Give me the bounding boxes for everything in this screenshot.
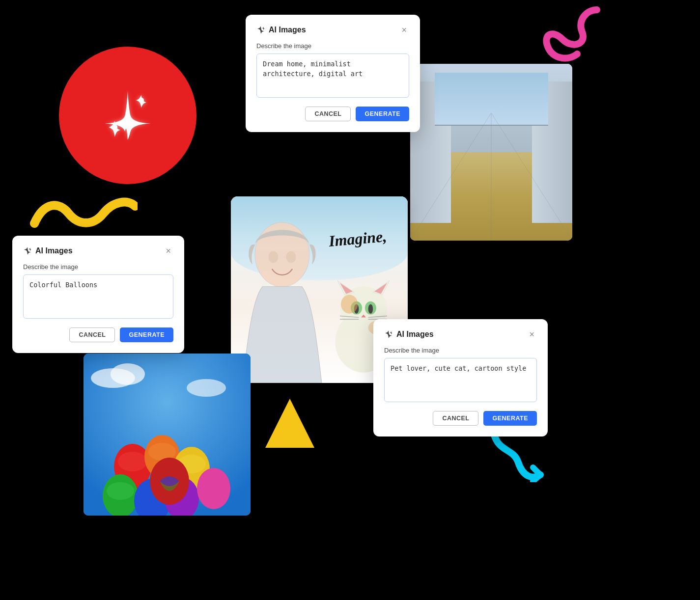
dialog-top-textarea[interactable]: Dream home, minimalist architecture, dig…	[256, 54, 409, 98]
sparkle-icon-bottom-right	[384, 330, 393, 339]
dialog-bottom-right-title: AI Images	[384, 330, 434, 339]
red-circle-decoration	[59, 47, 196, 184]
svg-point-40	[197, 468, 230, 509]
pink-squiggle-decoration	[504, 5, 602, 64]
sparkle-big-icon	[101, 88, 155, 142]
dialog-bottom-right-cancel-button[interactable]: CANCEL	[433, 411, 478, 426]
svg-point-8	[286, 251, 296, 263]
dialog-bottom-right-close-button[interactable]: ×	[527, 329, 537, 340]
svg-line-3	[410, 113, 491, 241]
sparkle-icon-top	[256, 26, 265, 34]
svg-point-7	[268, 251, 278, 263]
dialog-bottom-right-actions: CANCEL GENERATE	[384, 411, 537, 426]
dialog-left-textarea[interactable]: Colorful Balloons	[23, 274, 173, 319]
dialog-left-actions: CANCEL GENERATE	[23, 327, 173, 342]
dialog-left-label: Describe the image	[23, 263, 173, 271]
dialog-top-actions: CANCEL GENERATE	[256, 107, 409, 121]
architecture-image	[410, 64, 572, 241]
svg-marker-2	[265, 399, 314, 448]
yellow-triangle-decoration	[260, 394, 319, 453]
dialog-bottom-right-label: Describe the image	[384, 347, 537, 354]
dialog-bottom-right-header: AI Images ×	[384, 329, 537, 340]
dialog-top-title: AI Images	[256, 26, 306, 34]
dialog-top-generate-button[interactable]: GENERATE	[356, 107, 409, 121]
ai-dialog-bottom-right: AI Images × Describe the image Pet lover…	[373, 319, 548, 436]
svg-point-28	[111, 363, 145, 385]
dialog-top-label: Describe the image	[256, 42, 409, 50]
dialog-top-header: AI Images ×	[256, 25, 409, 35]
dialog-left-generate-button[interactable]: GENERATE	[120, 327, 173, 342]
svg-point-31	[118, 452, 147, 471]
svg-point-24	[341, 295, 358, 314]
dialog-left-close-button[interactable]: ×	[163, 245, 173, 256]
svg-point-18	[368, 304, 373, 314]
dialog-left-header: AI Images ×	[23, 245, 173, 256]
dialog-left-cancel-button[interactable]: CANCEL	[69, 327, 115, 342]
svg-point-29	[187, 379, 226, 397]
svg-point-37	[107, 482, 134, 500]
ai-dialog-left: AI Images × Describe the image Colorful …	[12, 236, 184, 353]
yellow-wave-decoration	[29, 191, 138, 231]
dialog-top-close-button[interactable]: ×	[399, 25, 409, 35]
dialog-bottom-right-generate-button[interactable]: GENERATE	[483, 411, 537, 426]
dialog-top-cancel-button[interactable]: CANCEL	[305, 107, 351, 121]
dialog-left-title: AI Images	[23, 246, 73, 255]
ai-dialog-top: AI Images × Describe the image Dream hom…	[246, 15, 420, 132]
sparkle-icon-left	[23, 246, 32, 255]
balloons-image	[84, 354, 251, 516]
dialog-bottom-right-textarea[interactable]: Pet lover, cute cat, cartoon style	[384, 358, 537, 402]
svg-line-4	[491, 113, 572, 241]
